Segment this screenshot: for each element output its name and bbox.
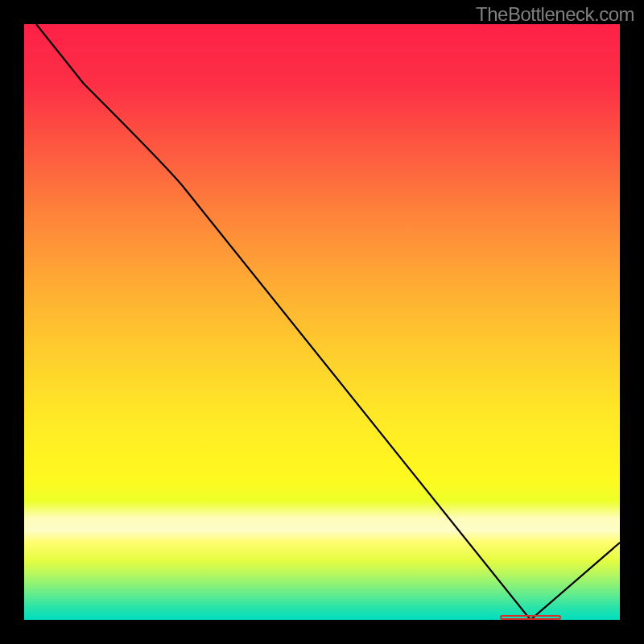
plot-area bbox=[24, 24, 620, 620]
chart-svg bbox=[24, 24, 620, 620]
bottleneck-curve bbox=[36, 24, 620, 620]
optimal-marker bbox=[501, 616, 560, 619]
attribution-text: TheBottleneck.com bbox=[476, 3, 634, 26]
